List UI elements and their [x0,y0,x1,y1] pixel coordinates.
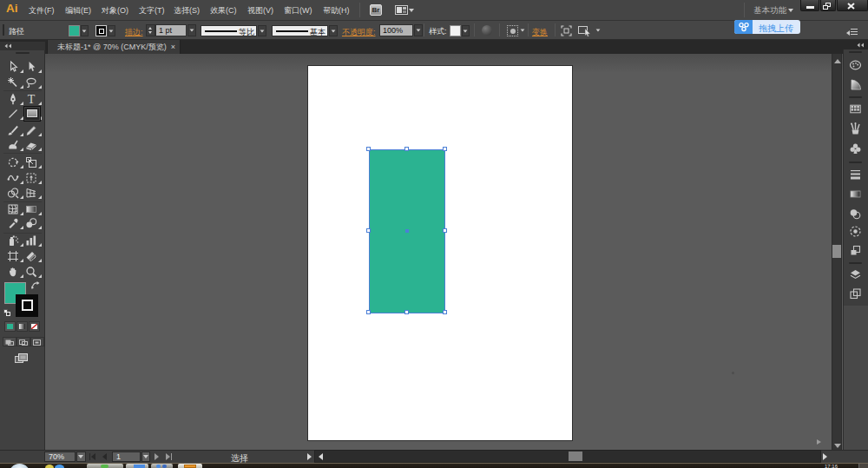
svg-text:T: T [28,93,36,105]
